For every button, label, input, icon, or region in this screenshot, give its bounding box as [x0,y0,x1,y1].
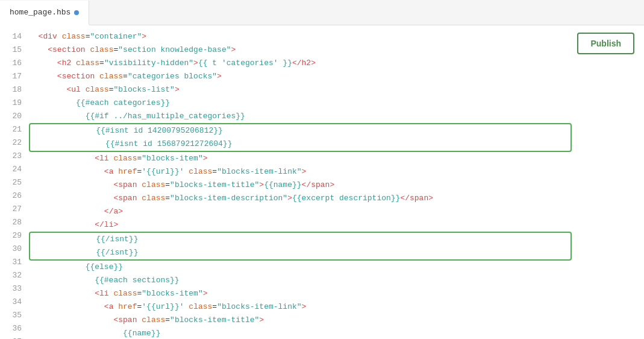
code-line: {{#if ../has_multiple_categories}} [29,110,572,123]
token-tag: ul [71,83,81,97]
tab-home-page-hbs[interactable]: home_page.hbs [0,1,89,25]
code-line: {{else}} [29,261,572,274]
highlight-group-0: {{#isnt id 14200795206812}} {{#isnt id 1… [29,123,572,152]
token-html_bracket: </ [292,57,302,70]
token-attr_val: "categories blocks" [128,70,217,83]
publish-button[interactable]: Publish [577,33,634,54]
editor-container: Publish 14151617181920212223242526272829… [0,25,644,339]
token-html_bracket: </ [95,218,104,232]
code-area[interactable]: 1415161718192021222324252627282930313233… [0,25,644,339]
token-indent [29,205,104,218]
line-number: 15 [7,43,22,57]
code-line: <ul class="blocks-list"> [29,83,572,97]
token-attr_name: class [189,165,212,179]
token-text: = [137,287,142,300]
token-hbs_var: {{excerpt description}} [292,192,400,205]
code-line: </li> [29,218,572,232]
token-html_bracket: > [428,192,433,205]
token-attr_val: "blocks-item-title" [170,179,259,192]
code-line: </a> [29,205,572,218]
line-number: 20 [7,110,22,123]
token-text: = [86,30,90,43]
token-text [184,165,189,179]
token-tag: span [118,192,137,205]
line-number: 18 [7,83,22,97]
token-indent [29,300,104,314]
token-html_bracket: < [104,165,109,179]
token-hbs_block: {{/isnt}} [96,246,138,259]
code-line: <h2 class="visibility-hidden">{{ t 'cate… [29,57,572,70]
token-hbs_block: {{else}} [86,261,123,274]
token-indent [29,30,39,43]
token-text [137,192,142,205]
token-text: = [165,179,170,192]
token-html_bracket: > [231,43,236,57]
token-indent [30,124,96,138]
token-attr_val: "blocks-item" [142,287,202,300]
token-attr_val: "visibility-hidden" [104,57,193,70]
token-text: = [123,70,128,83]
token-text: = [165,314,170,327]
line-number: 26 [7,189,22,203]
line-number: 27 [7,203,22,216]
line-number: 32 [7,269,22,282]
token-text [57,30,62,43]
code-line: {{name}} [29,327,572,339]
token-indent [30,246,96,259]
token-attr_name: class [86,83,109,97]
token-hbs_var: {{name}} [123,327,160,339]
token-text: = [137,165,142,179]
token-html_bracket: < [48,43,52,57]
token-tag: div [43,30,57,43]
line-number: 24 [7,163,22,176]
token-indent [29,43,48,57]
token-html_bracket: > [287,192,292,205]
token-attr_name: class [142,314,165,327]
token-tag: span [118,314,137,327]
code-line: {{#each sections}} [29,274,572,287]
highlight-group-1: {{/isnt}} {{/isnt}} [29,232,572,261]
line-number: 16 [7,57,22,70]
token-html_bracket: < [39,30,43,43]
token-html_bracket: > [142,30,146,43]
token-attr_name: class [142,179,165,192]
line-number: 33 [7,282,22,296]
token-indent [29,179,113,192]
token-html_bracket: < [57,57,62,70]
token-text: = [137,300,142,314]
token-attr_val: "container" [90,30,142,43]
token-indent [29,274,95,287]
token-hbs_block: {{#if ../has_multiple_categories}} [86,110,245,123]
token-attr_name: href [118,300,137,314]
line-number: 31 [7,256,22,269]
token-attr_name: class [90,43,113,57]
line-number: 28 [7,216,22,229]
token-indent [29,152,95,165]
token-text: = [109,83,114,97]
token-tag: a [109,165,114,179]
line-number: 30 [7,242,22,256]
line-number: 35 [7,309,22,322]
token-attr_name: class [113,152,137,165]
code-line: <li class="blocks-item"> [29,152,572,165]
token-attr_val: "section knowledge-base" [118,43,231,57]
token-html_bracket: </ [104,205,114,218]
code-line: {{#each categories}} [29,97,572,110]
token-indent [29,287,95,300]
code-line: {{/isnt}} [30,246,571,259]
token-indent [29,70,57,83]
token-attr_name: class [113,287,137,300]
token-indent [30,233,96,246]
token-tag: li [99,152,109,165]
token-attr_val: '{{url}}' [142,300,184,314]
token-text [109,152,114,165]
token-text [86,43,90,57]
token-text: = [212,300,217,314]
token-html_bracket: < [95,287,99,300]
token-html_bracket: < [104,300,109,314]
line-number: 22 [7,136,22,150]
token-tag: h2 [302,57,311,70]
token-text [137,179,142,192]
token-text [95,70,99,83]
token-indent [29,97,76,110]
